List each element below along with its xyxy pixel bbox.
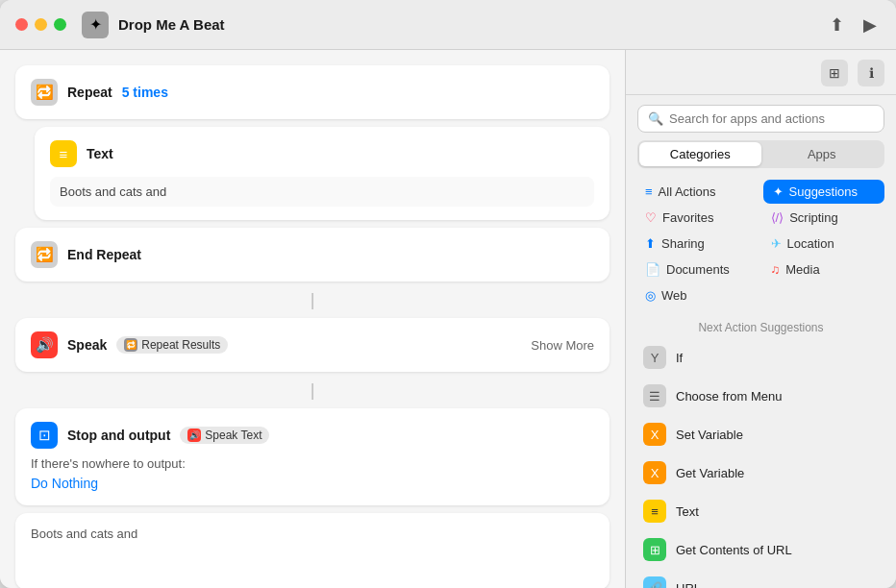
suggestion-set-variable[interactable]: X Set Variable xyxy=(634,415,888,453)
end-repeat-icon: 🔁 xyxy=(31,241,58,268)
speak-text-badge[interactable]: 🔊 Speak Text xyxy=(180,427,269,444)
left-panel: 🔁 Repeat 5 times ≡ Text Boots and cats a… xyxy=(0,50,625,588)
get-variable-icon: X xyxy=(643,461,666,484)
documents-label: Documents xyxy=(666,262,730,277)
maximize-button[interactable] xyxy=(54,18,66,31)
content-area: 🔁 Repeat 5 times ≡ Text Boots and cats a… xyxy=(0,50,896,588)
output-text: Boots and cats and xyxy=(31,527,137,541)
badge-label: Repeat Results xyxy=(141,338,220,352)
minimize-button[interactable] xyxy=(35,18,47,31)
category-scripting[interactable]: ⟨/⟩ Scripting xyxy=(763,206,885,230)
url-icon: 🔗 xyxy=(643,576,666,588)
speak-block: 🔊 Speak 🔁 Repeat Results Show More xyxy=(15,318,610,372)
text-sugg-label: Text xyxy=(676,504,699,519)
speak-icon: 🔊 xyxy=(31,331,58,358)
get-url-icon: ⊞ xyxy=(643,538,666,561)
close-button[interactable] xyxy=(15,18,28,31)
web-icon: ◎ xyxy=(645,288,656,303)
tab-apps[interactable]: Apps xyxy=(761,142,884,166)
text-icon: ≡ xyxy=(50,140,77,167)
all-actions-label: All Actions xyxy=(659,184,716,199)
right-panel: ⊞ ℹ 🔍 Categories Apps ≡ All Actions xyxy=(625,50,896,588)
stop-icon: ⊡ xyxy=(31,422,58,449)
app-icon: ✦ xyxy=(82,12,109,38)
repeat-results-badge[interactable]: 🔁 Repeat Results xyxy=(116,336,228,354)
search-bar: 🔍 xyxy=(637,105,884,133)
text-block-wrapper: ≡ Text Boots and cats and xyxy=(35,127,610,220)
choose-menu-label: Choose from Menu xyxy=(676,389,783,404)
speak-badge-icon: 🔊 xyxy=(187,429,201,442)
documents-icon: 📄 xyxy=(645,262,660,277)
sharing-icon: ⬆ xyxy=(645,236,656,251)
play-button[interactable]: ▶ xyxy=(859,11,881,39)
suggestion-get-url[interactable]: ⊞ Get Contents of URL xyxy=(634,530,888,569)
do-nothing-link[interactable]: Do Nothing xyxy=(31,476,98,491)
text-body[interactable]: Boots and cats and xyxy=(50,177,594,207)
favorites-icon: ♡ xyxy=(645,210,657,225)
text-sugg-icon: ≡ xyxy=(643,500,666,523)
traffic-lights xyxy=(15,18,66,31)
category-sharing[interactable]: ⬆ Sharing xyxy=(637,232,759,256)
add-to-dock-button[interactable]: ⊞ xyxy=(821,60,848,86)
badge-icon: 🔁 xyxy=(124,338,137,352)
speak-badge-label: Speak Text xyxy=(205,429,261,442)
web-label: Web xyxy=(661,288,687,303)
scripting-label: Scripting xyxy=(789,210,838,225)
category-all-actions[interactable]: ≡ All Actions xyxy=(637,180,759,204)
get-variable-label: Get Variable xyxy=(676,466,744,480)
sharing-label: Sharing xyxy=(661,236,705,251)
choose-menu-icon: ☰ xyxy=(643,384,666,407)
stop-label: Stop and output xyxy=(67,428,170,443)
location-label: Location xyxy=(787,236,834,251)
suggestion-if[interactable]: Y If xyxy=(634,338,888,377)
suggestion-url[interactable]: 🔗 URL xyxy=(634,569,888,588)
search-input[interactable] xyxy=(669,111,874,126)
right-header: ⊞ ℹ xyxy=(626,50,896,95)
titlebar-actions: ⬆ ▶ xyxy=(826,11,881,39)
suggestion-text[interactable]: ≡ Text xyxy=(634,492,888,530)
app-window: ✦ Drop Me A Beat ⬆ ▶ 🔁 Repeat 5 times xyxy=(0,0,896,588)
nowhere-label: If there's nowhere to output: xyxy=(31,456,594,471)
stop-block: ⊡ Stop and output 🔊 Speak Text If there'… xyxy=(15,408,610,505)
set-variable-label: Set Variable xyxy=(676,428,743,442)
category-web[interactable]: ◎ Web xyxy=(637,283,759,307)
get-url-label: Get Contents of URL xyxy=(676,543,792,557)
category-media[interactable]: ♫ Media xyxy=(763,257,885,282)
set-variable-icon: X xyxy=(643,423,666,446)
divider1: | xyxy=(15,291,610,308)
repeat-label: Repeat xyxy=(67,85,112,100)
end-repeat-block: 🔁 End Repeat xyxy=(15,228,610,282)
repeat-param[interactable]: 5 times xyxy=(122,85,168,100)
category-suggestions[interactable]: ✦ Suggestions xyxy=(763,180,885,204)
info-button[interactable]: ℹ xyxy=(858,60,884,86)
suggestions-list: Y If ☰ Choose from Menu X Set Variable X… xyxy=(626,338,896,588)
share-button[interactable]: ⬆ xyxy=(826,11,848,39)
end-repeat-label: End Repeat xyxy=(67,247,141,262)
scripting-icon: ⟨/⟩ xyxy=(771,210,784,225)
category-location[interactable]: ✈ Location xyxy=(763,232,885,256)
divider2: | xyxy=(15,381,610,399)
text-label: Text xyxy=(87,146,113,161)
media-label: Media xyxy=(785,262,819,277)
titlebar: ✦ Drop Me A Beat ⬆ ▶ xyxy=(0,0,896,50)
suggestion-choose-menu[interactable]: ☰ Choose from Menu xyxy=(634,377,888,415)
location-icon: ✈ xyxy=(771,236,782,251)
repeat-block: 🔁 Repeat 5 times xyxy=(15,65,610,119)
category-documents[interactable]: 📄 Documents xyxy=(637,257,759,282)
favorites-label: Favorites xyxy=(662,210,713,225)
suggestions-section-title: Next Action Suggestions xyxy=(626,315,896,338)
all-actions-icon: ≡ xyxy=(645,184,653,199)
if-label: If xyxy=(676,351,683,365)
tab-categories[interactable]: Categories xyxy=(639,142,761,166)
category-favorites[interactable]: ♡ Favorites xyxy=(637,206,759,230)
suggestions-icon: ✦ xyxy=(773,184,784,199)
speak-label: Speak xyxy=(67,337,107,353)
output-block: Boots and cats and xyxy=(15,513,610,588)
show-more-link[interactable]: Show More xyxy=(531,338,594,353)
suggestions-label: Suggestions xyxy=(789,184,859,199)
if-icon: Y xyxy=(643,346,666,369)
suggestion-get-variable[interactable]: X Get Variable xyxy=(634,453,888,492)
window-title: Drop Me A Beat xyxy=(118,16,816,33)
tab-row: Categories Apps xyxy=(637,140,884,168)
repeat-icon: 🔁 xyxy=(31,79,58,106)
